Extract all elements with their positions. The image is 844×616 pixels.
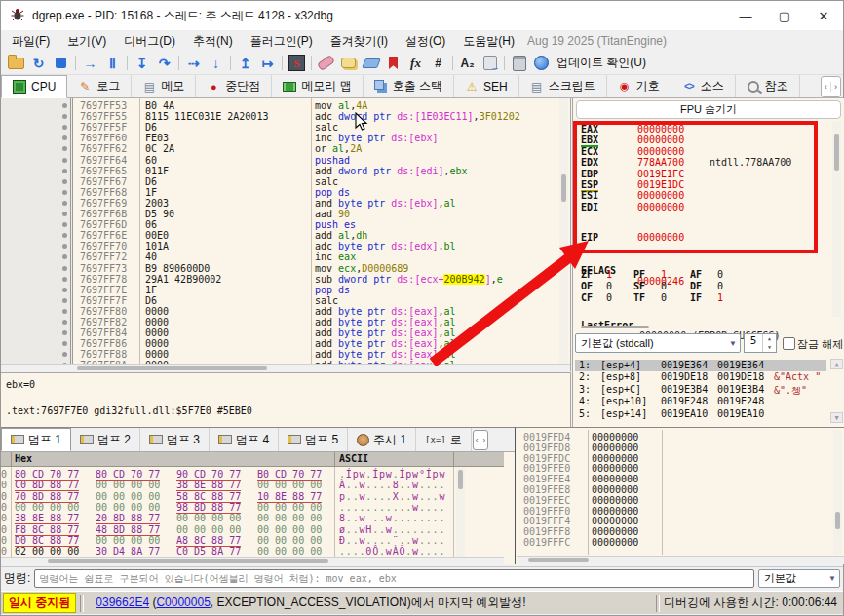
exception-address-link[interactable]: 039662E4 [96, 596, 149, 609]
disasm-row[interactable]: 7697FF6D06push es [1, 219, 571, 230]
breakpoint-dot-icon[interactable] [62, 190, 67, 195]
stack-hscrollbar[interactable] [517, 556, 844, 564]
disasm-row[interactable]: 7697FF60FE03inc byte ptr ds:[ebx] [1, 133, 571, 143]
disasm-row[interactable]: 7697FF7E1Fpop ds [1, 285, 571, 295]
tab-스크립트[interactable]: ▤스크립트 [519, 75, 607, 97]
disasm-row[interactable]: 7697FF7FD6salc [1, 295, 571, 306]
tab-cpu[interactable]: CPU [1, 75, 67, 98]
breakpoint-dot-icon[interactable] [62, 201, 67, 206]
breakpoint-dot-icon[interactable] [62, 266, 67, 271]
argument-row[interactable]: 1:[esp+4]0019E3640019E364 [575, 360, 826, 371]
dump-tab-1[interactable]: 덤프 1 [1, 428, 71, 451]
flag-value[interactable]: 0 [606, 281, 612, 291]
flag-value[interactable]: 0 [661, 281, 667, 291]
menu-item-1[interactable]: 파일(F) [3, 31, 58, 52]
run-to-user-code-icon[interactable]: ↦ [256, 54, 279, 73]
pause-icon[interactable]: Ⅱ [101, 54, 124, 73]
flag-value[interactable]: 1 [606, 269, 612, 280]
dump-tab-7[interactable]: [x=]로 [416, 428, 472, 451]
disasm-row[interactable]: 7697FF5FD6salc [1, 122, 571, 133]
stepper-up-icon[interactable]: ▲ [763, 334, 776, 343]
disasm-row[interactable]: 7697FF681Fpop ds [1, 187, 571, 198]
disasm-row[interactable]: 7697FF53B0 4Amov al,4A [1, 100, 571, 111]
minimize-button[interactable]: — [726, 1, 765, 30]
dump-hscrollbar[interactable] [1, 557, 504, 565]
disasm-vscrollbar[interactable] [559, 98, 568, 364]
dump-tab-5[interactable]: 덤프 5 [279, 428, 348, 451]
maximize-button[interactable]: ▢ [765, 1, 804, 30]
breakpoint-dot-icon[interactable] [62, 135, 67, 140]
menu-item-8[interactable]: 도움말(H) [454, 31, 523, 52]
step-into-icon[interactable]: ↧ [131, 54, 153, 73]
registers-vscrollbar[interactable] [832, 122, 841, 317]
stop-icon[interactable] [50, 54, 72, 73]
restart-icon[interactable]: ↻ [27, 54, 50, 73]
argument-row[interactable]: 3:[esp+C]0019E3B40019E3B4&".쳉" [575, 384, 826, 396]
disasm-row[interactable]: 7697FF6460pushad [1, 155, 571, 166]
splitter-handle[interactable] [581, 326, 649, 328]
tab-참조[interactable]: 참조 [736, 75, 800, 97]
disasm-row[interactable]: 7697FF65011Fadd dword ptr ds:[edi],ebx [1, 166, 571, 176]
breakpoint-dot-icon[interactable] [62, 103, 67, 108]
disasm-row[interactable]: 7697FF6BD5 90aad 90 [1, 209, 571, 219]
arg-count-stepper[interactable]: 5 ▲▼ [744, 333, 777, 353]
disasm-row[interactable]: 7697FF73B9 890600D0mov ecx,D0000689 [1, 263, 571, 274]
tab-scroll-right-icon[interactable]: › [830, 82, 840, 92]
breakpoint-dot-icon[interactable] [62, 330, 67, 335]
dump-tab-2[interactable]: 덤프 2 [71, 428, 140, 451]
update-globe-icon[interactable] [530, 54, 553, 73]
execute-till-return-icon[interactable]: ↥ [234, 54, 256, 73]
eflags-row[interactable]: EFLAGS 00000246 [573, 254, 608, 265]
menu-item-7[interactable]: 설정(O) [397, 31, 454, 52]
menu-item-4[interactable]: 추적(N) [184, 31, 242, 52]
disasm-row[interactable]: 7697FF7829A1 42B90002sub dword ptr ds:[e… [1, 274, 571, 285]
command-profile-select[interactable]: 기본값 ▼ [758, 569, 840, 588]
stack-vscrollbar[interactable] [833, 430, 842, 555]
comment-icon[interactable] [337, 54, 360, 73]
trace-into-icon[interactable]: ⇢ [182, 54, 205, 73]
close-button[interactable]: ✕ [804, 1, 843, 30]
tab-중단점[interactable]: ●중단점 [196, 75, 272, 97]
dump-panel[interactable]: 덤프 1덤프 2덤프 3덤프 4덤프 5주시 1[x=]로 ‹› Hex ASC… [1, 427, 515, 564]
dump-tab-4[interactable]: 덤프 4 [210, 428, 279, 451]
disasm-hscrollbar[interactable] [1, 364, 570, 371]
breakpoint-dot-icon[interactable] [62, 169, 67, 173]
tab-기호[interactable]: ◉기호 [607, 75, 671, 97]
tab-scroll-buttons[interactable]: ‹› [821, 76, 841, 97]
breakpoint-dot-icon[interactable] [62, 254, 67, 259]
open-file-icon[interactable] [5, 54, 27, 73]
breakpoint-dot-icon[interactable] [62, 146, 67, 151]
exception-code-link[interactable]: C0000005 [156, 596, 210, 609]
disasm-row[interactable]: 7697FF692003and byte ptr ds:[ebx],al [1, 198, 571, 209]
flag-value[interactable]: 1 [661, 269, 667, 280]
disasm-row[interactable]: 7697FF820000add byte ptr ds:[eax],al [1, 317, 571, 327]
dump-tab-scroll-left-icon[interactable]: ‹ [474, 436, 480, 444]
patch-icon[interactable] [315, 54, 337, 73]
flag-value[interactable]: 0 [717, 281, 723, 291]
disasm-row[interactable]: 7697FF70101Aadc byte ptr ds:[edx],bl [1, 241, 571, 251]
tab-호출-스택[interactable]: 호출 스택 [364, 75, 454, 97]
function-icon[interactable]: fx [404, 54, 427, 73]
step-over-icon[interactable]: ↷ [153, 54, 175, 73]
argument-row[interactable]: 5:[esp+14]0019EA100019EA10 [575, 408, 826, 420]
unlock-checkbox[interactable] [783, 337, 795, 350]
stepper-down-icon[interactable]: ▼ [763, 343, 776, 352]
run-icon[interactable]: → [79, 54, 101, 73]
breakpoint-dot-icon[interactable] [62, 114, 67, 119]
breakpoint-dot-icon[interactable] [62, 288, 67, 292]
tab-메모리-맵[interactable]: 메모리 맵 [272, 75, 363, 97]
flag-value[interactable]: 0 [606, 292, 612, 303]
menu-item-5[interactable]: 플러그인(P) [242, 31, 322, 52]
tab-소스[interactable]: <>소스 [671, 75, 736, 97]
disasm-row[interactable]: 7697FF800000add byte ptr ds:[eax],al [1, 306, 571, 317]
send-to-icon[interactable] [479, 54, 501, 73]
hash-icon[interactable]: # [427, 54, 449, 73]
fpu-toggle-button[interactable]: FPU 숨기기 [576, 100, 841, 119]
bookmark-icon[interactable] [382, 54, 404, 73]
flag-value[interactable]: 0 [717, 269, 723, 280]
command-input[interactable] [34, 569, 754, 588]
menu-item-2[interactable]: 보기(V) [58, 31, 115, 52]
menu-item-6[interactable]: 즐겨찾기(I) [322, 31, 397, 52]
disassembly-panel[interactable]: 7697FF53B0 4Amov al,4A7697FF558115 11EC0… [1, 98, 571, 371]
label-icon[interactable] [360, 54, 382, 73]
